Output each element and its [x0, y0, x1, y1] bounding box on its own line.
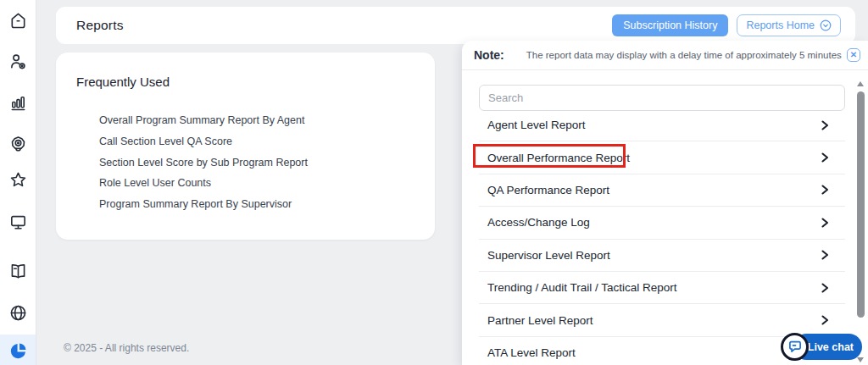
note-text: The report data may display with a delay… — [526, 50, 842, 60]
sidebar-item-global[interactable] — [8, 303, 28, 323]
note-label: Note: — [474, 48, 504, 62]
chevron-right-icon — [820, 282, 830, 294]
page-title: Reports — [76, 7, 124, 44]
bar-chart-icon — [8, 93, 28, 113]
user-settings-icon — [8, 52, 28, 71]
frequently-used-item[interactable]: Section Level Score by Sub Program Repor… — [99, 152, 421, 174]
frequently-used-item[interactable]: Program Summary Report By Supervisor — [99, 194, 421, 215]
sidebar-item-library[interactable] — [8, 262, 28, 281]
chevron-right-icon — [820, 152, 830, 163]
star-icon — [8, 170, 28, 190]
report-row-access-change-log[interactable]: Access/Change Log — [479, 207, 845, 239]
chevron-down-circle-icon — [820, 19, 832, 31]
report-row-qa-performance[interactable]: QA Performance Report — [479, 174, 845, 207]
scroll-up-arrow-icon[interactable] — [857, 81, 864, 86]
chat-bubble-icon — [787, 340, 803, 355]
sidebar-item-agent-assist[interactable] — [8, 135, 28, 154]
sidebar-item-users[interactable] — [8, 52, 28, 71]
page-header: Reports Subscription History Reports Hom… — [56, 7, 855, 44]
chevron-right-icon — [820, 217, 830, 229]
frequently-used-item[interactable]: Role Level User Counts — [99, 173, 421, 194]
frequently-used-item[interactable]: Call Section Level QA Score — [99, 131, 421, 152]
reports-dropdown-panel: Note: The report data may display with a… — [462, 41, 868, 365]
sidebar-item-favorites[interactable] — [8, 170, 28, 190]
note-bar: Note: The report data may display with a… — [462, 41, 868, 70]
chevron-right-icon — [820, 249, 830, 261]
sidebar-item-home[interactable] — [8, 11, 28, 30]
webcam-icon — [8, 135, 28, 154]
frequently-used-item[interactable]: Overall Program Summary Report By Agent — [99, 110, 421, 131]
subscription-history-button[interactable]: Subscription History — [612, 14, 728, 36]
frequently-used-card: Frequently Used Overall Program Summary … — [56, 53, 435, 240]
header-actions: Subscription History Reports Home — [612, 14, 841, 36]
chevron-right-icon — [820, 119, 830, 131]
report-row-supervisor-level[interactable]: Supervisor Level Report — [479, 240, 845, 272]
sidebar — [0, 0, 36, 365]
frequently-used-title: Frequently Used — [76, 75, 170, 89]
reports-home-button[interactable]: Reports Home — [737, 14, 841, 36]
globe-icon — [8, 303, 28, 323]
chevron-right-icon — [820, 184, 830, 196]
reports-page: Reports Subscription History Reports Hom… — [0, 0, 868, 365]
panel-scrollbar[interactable] — [855, 78, 866, 365]
frequently-used-list: Overall Program Summary Report By Agent … — [99, 110, 421, 215]
report-row-partner-level[interactable]: Partner Level Report — [479, 304, 845, 336]
home-icon — [8, 11, 28, 30]
close-note-icon[interactable]: ✕ — [847, 48, 860, 62]
reports-home-label: Reports Home — [746, 19, 815, 31]
search-input[interactable] — [479, 85, 845, 111]
book-icon — [8, 262, 28, 281]
copyright-text: © 2025 - All rights reserved. — [64, 342, 189, 354]
report-row-agent-level[interactable]: Agent Level Report — [479, 109, 845, 141]
report-row-overall-performance[interactable]: Overall Performance Report — [479, 141, 845, 174]
sidebar-item-reports[interactable] — [8, 93, 28, 113]
scrollbar-thumb[interactable] — [857, 91, 865, 318]
report-list: Agent Level Report Overall Performance R… — [479, 109, 845, 365]
report-row-trending-audit-tactical[interactable]: Trending / Audit Trail / Tactical Report — [479, 272, 845, 304]
monitor-icon — [8, 213, 28, 232]
pie-chart-icon — [8, 341, 28, 361]
sidebar-item-monitoring[interactable] — [8, 213, 28, 232]
chevron-right-icon — [820, 314, 830, 326]
live-chat-circle — [781, 333, 809, 361]
sidebar-item-analytics-active[interactable] — [8, 341, 28, 361]
live-chat-button[interactable]: Live chat — [781, 333, 863, 361]
